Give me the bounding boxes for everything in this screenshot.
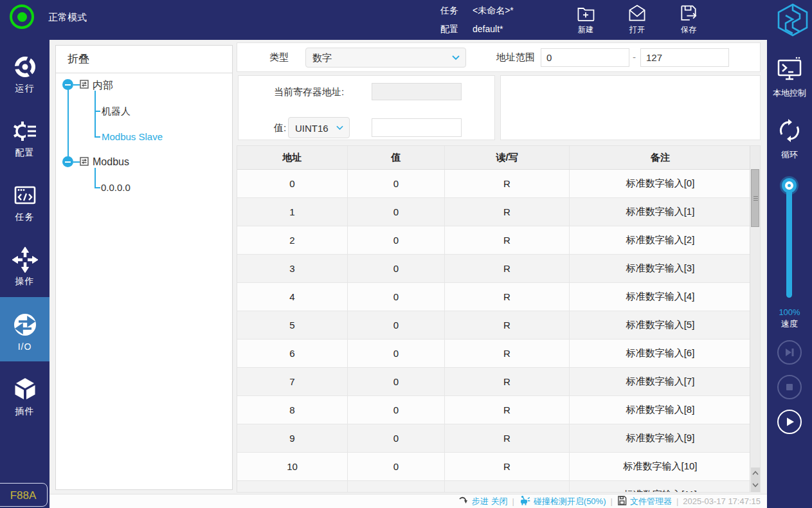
tree-collapse-header[interactable]: 折叠	[56, 46, 232, 73]
step-next-icon	[779, 346, 800, 359]
value-label: 值:	[274, 118, 286, 138]
cell-rw: R	[445, 198, 570, 226]
cell-value: 0	[348, 255, 445, 282]
value-input[interactable]	[372, 118, 462, 137]
sidebar-item-operate[interactable]: 操作	[0, 233, 50, 297]
task-config-info: 任务<未命名>* 配置default*	[440, 1, 514, 39]
table-row[interactable]: 11 0 R 标准数字输入[11]	[237, 481, 751, 493]
step-mode-status[interactable]: 步进 关闭	[458, 496, 508, 507]
cell-value: 0	[348, 481, 445, 493]
tree-collapse-toggle-internal[interactable]	[62, 79, 73, 90]
cell-rw: R	[445, 283, 570, 311]
cell-remark: 标准数字输入[9]	[570, 424, 751, 452]
scrollbar-thumb[interactable]	[751, 169, 759, 227]
speed-slider-track[interactable]	[786, 185, 792, 298]
addr-range-high-input[interactable]	[640, 48, 729, 67]
cell-rw: R	[445, 368, 570, 395]
table-row[interactable]: 1 0 R 标准数字输入[1]	[237, 198, 751, 226]
table-row[interactable]: 4 0 R 标准数字输入[4]	[237, 283, 751, 311]
cell-rw: R	[445, 481, 570, 493]
tree-connector	[95, 187, 100, 188]
cell-remark: 标准数字输入[0]	[570, 170, 751, 197]
speed-slider-handle[interactable]	[782, 178, 797, 193]
table-row[interactable]: 0 0 R 标准数字输入[0]	[237, 170, 751, 198]
filter-strip: 类型 数字 地址范围 -	[237, 42, 761, 72]
addr-range-low-input[interactable]	[541, 48, 629, 67]
tree-node-robot[interactable]: 机器人	[102, 105, 131, 118]
tree-node-modbus[interactable]: Modbus	[93, 156, 129, 168]
sidebar-item-task[interactable]: 任务	[0, 168, 50, 233]
cell-address: 7	[237, 368, 348, 395]
range-dash: -	[633, 48, 636, 67]
loop-button[interactable]: 循环	[767, 116, 812, 161]
tree-node-swap-icon	[80, 157, 89, 166]
speed-percent: 100%	[767, 307, 812, 317]
sidebar-item-run[interactable]: 运行	[0, 40, 50, 104]
table-row[interactable]: 5 0 R 标准数字输入[5]	[237, 311, 751, 340]
tree-node-ip[interactable]: 0.0.0.0	[101, 182, 131, 193]
local-control-button[interactable]: 本地控制	[767, 55, 812, 99]
run-target-icon	[0, 54, 50, 80]
type-select[interactable]: 数字	[305, 48, 466, 68]
step-arrow-icon	[458, 496, 469, 507]
tree-connector	[95, 136, 100, 138]
cell-value: 0	[348, 311, 445, 339]
cell-rw: R	[445, 396, 570, 424]
table-row[interactable]: 6 0 R 标准数字输入[6]	[237, 340, 751, 368]
register-edit-box: 当前寄存器地址: 值: UINT16	[238, 75, 495, 140]
cell-address: 9	[237, 424, 348, 452]
scroll-up-button[interactable]	[751, 467, 760, 480]
sidebar-item-config[interactable]: 配置	[0, 104, 50, 168]
cell-address: 4	[237, 283, 348, 311]
cell-address: 11	[237, 481, 348, 493]
robot-serial-badge[interactable]: F88A	[0, 483, 48, 507]
table-header-row: 地址 值 读/写 备注	[237, 146, 751, 170]
cell-address: 8	[237, 396, 348, 424]
clock-timestamp: 2025-03-17 17:47:15	[683, 496, 761, 506]
tree-connector	[73, 84, 80, 86]
tree-collapse-toggle-modbus[interactable]	[62, 156, 73, 167]
open-task-button[interactable]: 打开	[617, 3, 658, 38]
cell-remark: 标准数字输入[5]	[570, 311, 751, 339]
scroll-down-button[interactable]	[751, 480, 760, 492]
sidebar-item-plugin[interactable]: 插件	[0, 361, 50, 426]
step-next-button[interactable]	[777, 340, 802, 365]
cell-address: 3	[237, 255, 348, 282]
col-header-value: 值	[348, 146, 445, 169]
table-scrollbar[interactable]	[750, 146, 760, 492]
cell-address: 0	[237, 170, 348, 197]
table-row[interactable]: 10 0 R 标准数字输入[10]	[237, 453, 751, 481]
collision-robot-icon	[519, 495, 530, 507]
table-row[interactable]: 2 0 R 标准数字输入[2]	[237, 226, 751, 255]
play-button[interactable]	[777, 410, 802, 434]
mode-label: 正常模式	[48, 0, 87, 40]
table-row[interactable]: 8 0 R 标准数字输入[8]	[237, 396, 751, 424]
file-manager-floppy-icon	[617, 496, 627, 507]
table-row[interactable]: 3 0 R 标准数字输入[3]	[237, 255, 751, 283]
cell-rw: R	[445, 311, 570, 339]
cell-value: 0	[348, 396, 445, 424]
stop-button[interactable]	[777, 375, 802, 399]
collision-detect-status[interactable]: 碰撞检测开启(50%)	[519, 495, 606, 507]
value-type-select[interactable]: UINT16	[288, 117, 350, 138]
local-control-terminal-icon	[767, 55, 812, 84]
cell-remark: 标准数字输入[6]	[570, 340, 751, 367]
table-row[interactable]: 9 0 R 标准数字输入[9]	[237, 424, 751, 453]
cell-remark: 标准数字输入[8]	[570, 396, 751, 424]
config-name: default*	[473, 20, 503, 39]
operate-move-arrows-icon	[0, 247, 50, 273]
tree-node-swap-icon	[80, 80, 89, 89]
cell-value: 0	[348, 170, 445, 197]
tree-connector	[95, 111, 100, 112]
new-task-button[interactable]: 新建	[565, 3, 606, 38]
file-manager-button[interactable]: 文件管理器	[617, 496, 672, 507]
tree-node-modbus-slave[interactable]: Modbus Slave	[102, 131, 163, 142]
status-bar: 步进 关闭 | 碰撞检测开启(50%) | 文件管理器 | 2025-03-17	[50, 494, 767, 508]
cell-rw: R	[445, 340, 570, 367]
col-header-address: 地址	[237, 146, 348, 169]
tree-node-internal[interactable]: 内部	[93, 79, 113, 93]
save-task-button[interactable]: 保存	[668, 3, 709, 38]
current-register-label: 当前寄存器地址:	[274, 82, 344, 102]
sidebar-item-io[interactable]: I/O	[0, 297, 50, 361]
table-row[interactable]: 7 0 R 标准数字输入[7]	[237, 368, 751, 396]
